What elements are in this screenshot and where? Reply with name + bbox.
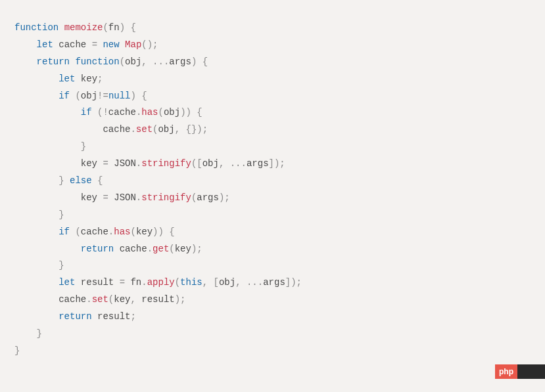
code-token (64, 175, 70, 186)
code-token (14, 328, 37, 339)
code-token: = (120, 277, 125, 288)
php-badge: php (495, 364, 517, 379)
code-token: JSON (108, 192, 136, 203)
code-token: ); (175, 294, 186, 305)
code-token: memoize (64, 22, 103, 33)
code-token: , (175, 124, 180, 135)
code-token (14, 227, 59, 237)
code-token: cache (81, 227, 108, 237)
code-token: ( (169, 244, 174, 254)
code-token: return (59, 311, 91, 322)
code-token (92, 175, 97, 186)
code-token: args (197, 192, 219, 203)
code-token: result (92, 311, 131, 322)
code-token: ; (97, 74, 103, 84)
code-token: apply (147, 277, 175, 288)
code-token: key (14, 158, 103, 169)
code-token: , (235, 277, 241, 288)
code-token: let (59, 74, 75, 84)
code-token: return (37, 56, 70, 67)
code-token: = (103, 192, 108, 203)
code-token: if (59, 91, 70, 101)
code-token: ... (153, 56, 169, 67)
code-token: = (103, 158, 108, 169)
code-token: let (37, 39, 53, 50)
code-token (14, 311, 59, 322)
code-token: } (59, 175, 64, 186)
code-token: JSON (108, 158, 136, 169)
code-token: { (141, 91, 147, 101)
code-token: ); (191, 244, 202, 254)
code-token: function (75, 56, 119, 67)
code-token: ( (108, 294, 114, 305)
code-token: key (14, 192, 103, 203)
code-token: } (81, 141, 86, 152)
code-token: . (86, 294, 91, 305)
code-token: ... (247, 277, 263, 288)
code-token (14, 56, 37, 67)
code-token: { (169, 227, 174, 237)
code-token (14, 107, 81, 118)
code-token: ; (130, 311, 135, 322)
code-token: , (141, 56, 147, 67)
code-token: } (59, 209, 64, 220)
code-token: obj (219, 277, 235, 288)
code-token: . (108, 227, 114, 237)
code-token: new (103, 39, 119, 50)
code-token: { (130, 22, 135, 33)
code-token: cache (114, 244, 147, 254)
code-token: let (59, 277, 75, 288)
code-token: Map (125, 39, 141, 50)
code-block: function memoize(fn) { let cache = new M… (14, 20, 531, 360)
code-token: , (202, 277, 208, 288)
code-token: if (81, 107, 92, 118)
code-token (14, 141, 81, 152)
code-token: obj (158, 124, 174, 135)
code-token: { (202, 56, 208, 67)
code-token: . (136, 192, 141, 203)
code-token (14, 209, 59, 220)
code-token: ]); (269, 158, 285, 169)
code-token: != (97, 91, 108, 101)
code-token: result (136, 294, 175, 305)
code-token: has (114, 227, 130, 237)
code-token (14, 175, 59, 186)
code-token (224, 158, 229, 169)
code-token (147, 56, 153, 67)
code-token: cache (108, 107, 136, 118)
code-token: ( (120, 56, 125, 67)
code-token (14, 91, 59, 101)
code-token: key (75, 74, 97, 84)
code-token: ( (158, 107, 164, 118)
code-token: set (136, 124, 153, 135)
code-token: result (75, 277, 119, 288)
code-token: return (81, 244, 114, 254)
code-token: )) (153, 227, 164, 237)
code-token: set (92, 294, 108, 305)
code-token: obj (202, 158, 219, 169)
code-token: ( (130, 227, 135, 237)
code-token: = (92, 39, 97, 50)
code-token: args (263, 277, 285, 288)
code-token: ) (130, 91, 135, 101)
code-token: fn (125, 277, 141, 288)
code-token: (); (141, 39, 158, 50)
code-token: this (180, 277, 202, 288)
code-token: } (14, 345, 20, 356)
code-token: )) (180, 107, 191, 118)
code-token: get (153, 244, 169, 254)
code-token: ); (219, 192, 230, 203)
code-token: args (169, 56, 191, 67)
code-token: . (141, 277, 147, 288)
code-token: stringify (141, 192, 191, 203)
code-token: function (14, 22, 59, 33)
code-token: else (70, 175, 92, 186)
code-token (241, 277, 247, 288)
code-token: ) (120, 22, 125, 33)
code-token (14, 260, 59, 271)
code-token: { (197, 107, 202, 118)
code-token: (! (92, 107, 108, 118)
code-token: ([ (191, 158, 202, 169)
code-token: . (147, 244, 153, 254)
code-token: key (136, 227, 153, 237)
